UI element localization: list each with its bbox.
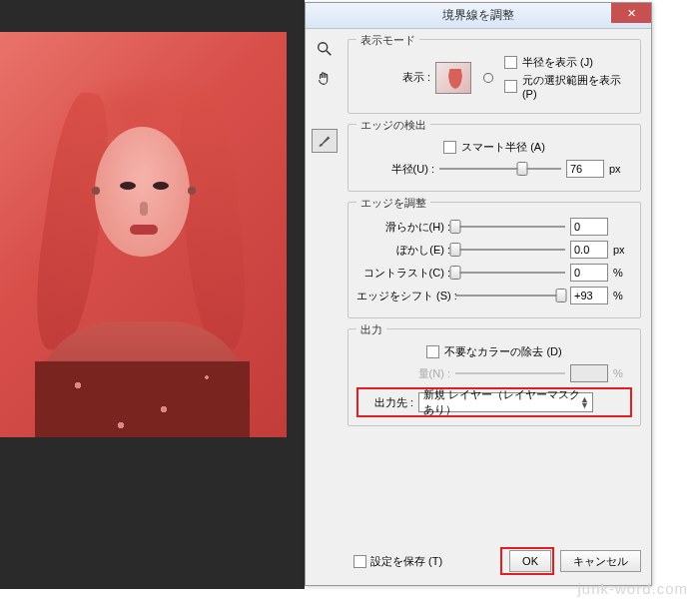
radius-unit: px <box>609 163 627 175</box>
amount-input <box>570 364 608 382</box>
show-original-checkbox[interactable] <box>504 80 517 93</box>
dialog-title: 境界線を調整 <box>306 7 651 24</box>
ok-button[interactable]: OK <box>509 550 551 572</box>
preview-image <box>0 32 287 437</box>
svg-line-1 <box>327 51 332 56</box>
group-title: エッジの検出 <box>356 118 430 133</box>
save-settings-checkbox[interactable] <box>353 555 366 568</box>
smart-radius-label: スマート半径 (A) <box>461 140 545 155</box>
smooth-slider[interactable] <box>455 218 565 236</box>
hand-tool[interactable] <box>312 67 338 91</box>
brush-icon <box>316 132 334 150</box>
show-radius-checkbox[interactable] <box>504 56 517 69</box>
show-radius-label: 半径を表示 (J) <box>522 55 593 70</box>
svg-point-0 <box>319 43 328 52</box>
feather-input[interactable] <box>570 241 608 259</box>
ok-highlight: OK <box>500 547 554 575</box>
shift-input[interactable] <box>570 287 608 304</box>
zoom-tool[interactable] <box>312 37 338 61</box>
canvas-area <box>0 0 305 589</box>
view-thumb-button[interactable] <box>435 62 471 94</box>
radius-input[interactable] <box>566 160 604 178</box>
group-title: エッジを調整 <box>356 196 430 211</box>
show-label: 表示 : <box>356 70 430 85</box>
contrast-label: コントラスト(C) : <box>356 266 450 281</box>
close-button[interactable]: ✕ <box>611 3 651 23</box>
shift-label: エッジをシフト (S) : <box>356 289 450 303</box>
refine-edge-dialog: 境界線を調整 ✕ 表示モード 表示 : <box>305 2 652 586</box>
group-edge-adjust: エッジを調整 滑らかに(H) : ぼかし(E) : px コントラスト(C) : <box>348 202 641 318</box>
save-settings-label: 設定を保存 (T) <box>370 554 442 569</box>
group-output: 出力 不要なカラーの除去 (D) 量(N) : % 出力先 : 新規 レイヤー（… <box>348 328 641 426</box>
hand-icon <box>316 70 334 88</box>
radius-label: 半径(U) : <box>356 162 434 177</box>
group-display-mode: 表示モード 表示 : 半径を表示 (J) 元の選択範囲を表示 (P) <box>348 39 641 114</box>
output-to-highlight: 出力先 : 新規 レイヤー（レイヤーマスクあり） ▲▼ <box>356 387 632 417</box>
decontaminate-checkbox[interactable] <box>426 345 439 358</box>
decontaminate-label: 不要なカラーの除去 (D) <box>444 344 561 359</box>
shift-slider[interactable] <box>455 287 565 304</box>
group-title: 出力 <box>356 322 386 337</box>
contrast-input[interactable] <box>570 264 608 282</box>
output-to-select[interactable]: 新規 レイヤー（レイヤーマスクあり） ▲▼ <box>418 392 593 412</box>
group-title: 表示モード <box>356 33 419 48</box>
smooth-input[interactable] <box>570 218 608 236</box>
feather-slider[interactable] <box>455 241 565 259</box>
select-arrows-icon: ▲▼ <box>580 396 589 408</box>
view-picker-icon[interactable] <box>483 73 493 83</box>
contrast-slider[interactable] <box>455 264 565 282</box>
cancel-button[interactable]: キャンセル <box>560 550 641 572</box>
titlebar[interactable]: 境界線を調整 ✕ <box>306 3 651 29</box>
radius-slider[interactable] <box>439 160 561 178</box>
feather-label: ぼかし(E) : <box>356 243 450 258</box>
amount-slider <box>455 364 565 382</box>
magnifier-icon <box>316 40 334 58</box>
output-to-label: 出力先 : <box>359 395 413 410</box>
group-edge-detect: エッジの検出 スマート半径 (A) 半径(U) : px <box>348 124 641 192</box>
show-original-label: 元の選択範囲を表示 (P) <box>522 73 632 100</box>
smart-radius-checkbox[interactable] <box>443 141 456 154</box>
watermark: junk-word.com <box>577 580 688 597</box>
close-icon: ✕ <box>627 7 636 20</box>
output-to-value: 新規 レイヤー（レイヤーマスクあり） <box>423 387 588 417</box>
brush-tool[interactable] <box>312 129 338 153</box>
smooth-label: 滑らかに(H) : <box>356 220 450 235</box>
amount-label: 量(N) : <box>356 366 450 381</box>
